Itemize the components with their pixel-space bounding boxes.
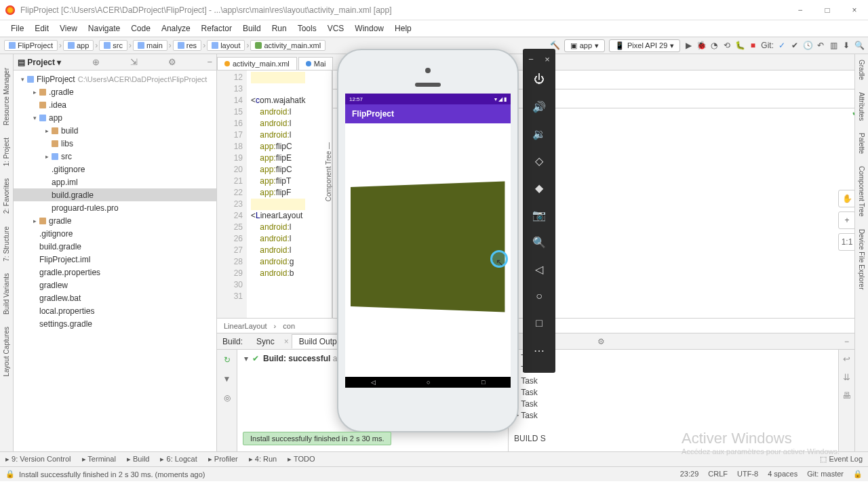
status-crlf[interactable]: CRLF: [708, 470, 728, 479]
close-icon[interactable]: ×: [841, 1, 868, 20]
menu-build[interactable]: Build: [237, 22, 267, 35]
more-icon[interactable]: ⋯: [523, 337, 555, 364]
status-git-master[interactable]: Git: master: [807, 470, 844, 479]
menu-vcs[interactable]: VCS: [322, 22, 350, 35]
home-icon[interactable]: ○: [523, 283, 555, 310]
tree-gradlew-bat[interactable]: gradlew.bat: [14, 291, 216, 304]
emu-navbar[interactable]: ◁○□: [345, 377, 511, 388]
crumb-ll[interactable]: LinearLayout: [224, 322, 267, 330]
rotate-left-icon[interactable]: ◇: [523, 147, 555, 174]
volume-down-icon[interactable]: 🔉: [523, 120, 555, 147]
crumb-1[interactable]: app: [63, 40, 94, 51]
target-icon[interactable]: ◎: [224, 393, 231, 403]
attach-icon[interactable]: 🐛: [735, 41, 745, 50]
crumb-2[interactable]: src: [99, 40, 127, 51]
tool-todo[interactable]: ▸ TODO: [288, 455, 315, 464]
tree-local-properties[interactable]: local.properties: [14, 304, 216, 317]
run-icon[interactable]: ▶: [684, 41, 693, 50]
pan-icon[interactable]: ✋: [838, 190, 854, 207]
tool-6-logcat[interactable]: ▸ 6: Logcat: [160, 455, 197, 464]
settings-icon[interactable]: ⚙: [168, 57, 176, 67]
vcs-history-icon[interactable]: 🕓: [803, 41, 812, 50]
tree-src[interactable]: ▸src: [14, 150, 216, 163]
run-config-dropdown[interactable]: ▣ app ▾: [564, 39, 605, 52]
crumb-3[interactable]: main: [133, 40, 167, 51]
status-23-29[interactable]: 23:29: [680, 470, 699, 479]
crumb-0[interactable]: FlipProject: [4, 40, 58, 51]
tree--gradle[interactable]: ▸.gradle: [14, 85, 216, 98]
locate-icon[interactable]: ⊕: [92, 57, 100, 67]
tool-9-version-control[interactable]: ▸ 9: Version Control: [5, 455, 71, 464]
tree-settings-gradle[interactable]: settings.gradle: [14, 317, 216, 330]
tree-build-gradle[interactable]: build.gradle: [14, 188, 216, 201]
rerun-icon[interactable]: ↻: [224, 355, 231, 365]
tree-libs[interactable]: libs: [14, 137, 216, 150]
menu-refactor[interactable]: Refactor: [196, 22, 237, 35]
tree-app[interactable]: ▾app: [14, 111, 216, 124]
event-log[interactable]: ⬚ Event Log: [820, 455, 863, 464]
sdk-icon[interactable]: ⬇: [842, 41, 851, 50]
tree-build-gradle[interactable]: build.gradle: [14, 240, 216, 253]
tree-gradlew[interactable]: gradlew: [14, 279, 216, 291]
vcs-revert-icon[interactable]: ↶: [816, 41, 825, 50]
tool-4-run[interactable]: ▸ 4: Run: [249, 455, 277, 464]
emu-flip-card[interactable]: [351, 181, 505, 312]
component-tree-label[interactable]: Component Tree —: [325, 142, 332, 201]
collapse-icon[interactable]: ⇲: [130, 57, 138, 67]
emu-close-icon[interactable]: ×: [539, 53, 555, 66]
search-icon[interactable]: 🔍: [854, 41, 864, 50]
vcs-update-icon[interactable]: ✓: [777, 41, 787, 50]
tree--gitignore[interactable]: .gitignore: [14, 163, 216, 176]
lock-icon[interactable]: 🔒: [5, 470, 15, 479]
tree-gradle-properties[interactable]: gradle.properties: [14, 266, 216, 279]
right-palette[interactable]: Palette: [858, 133, 865, 154]
device-dropdown[interactable]: 📱 Pixel API 29 ▾: [609, 39, 680, 52]
left-resource-manager[interactable]: Resource Manager: [3, 68, 10, 125]
tool-terminal[interactable]: ▸ Terminal: [82, 455, 116, 464]
crumb-5[interactable]: layout: [207, 40, 245, 51]
apply-changes-icon[interactable]: ⟲: [722, 41, 732, 50]
right-component-tree[interactable]: Component Tree: [858, 166, 865, 217]
tree-app-iml[interactable]: app.iml: [14, 176, 216, 188]
right-device-file-explorer[interactable]: Device File Explorer: [858, 229, 865, 289]
menu-window[interactable]: Window: [349, 22, 389, 35]
zoom-icon[interactable]: 🔍: [523, 228, 555, 256]
menu-run[interactable]: Run: [267, 22, 292, 35]
tool-build[interactable]: ▸ Build: [127, 455, 150, 464]
avd-icon[interactable]: ▥: [829, 41, 838, 50]
phone-screen[interactable]: 12:57 ▾ ◢ ▮ FlipProject ◁○□: [345, 94, 511, 388]
readonly-icon[interactable]: 🔒: [853, 470, 863, 479]
back-icon[interactable]: ◁: [523, 256, 555, 283]
project-view-dropdown[interactable]: ▤ Project ▾: [18, 58, 61, 67]
filter-icon[interactable]: ▼: [223, 374, 231, 384]
vcs-commit-icon[interactable]: ✔: [790, 41, 800, 50]
softwrap-icon[interactable]: ↩: [843, 354, 850, 364]
tab-sync[interactable]: Sync: [250, 335, 281, 348]
right-gradle[interactable]: Gradle: [858, 60, 865, 80]
overview-icon[interactable]: □: [523, 310, 555, 337]
tree-proguard-rules-pro[interactable]: proguard-rules.pro: [14, 201, 216, 214]
emu-min-icon[interactable]: −: [523, 53, 539, 66]
tab-activity_main-xml[interactable]: activity_main.xml: [217, 57, 297, 70]
status-utf-8[interactable]: UTF-8: [737, 470, 758, 479]
code-content[interactable]: <com.wajahatk android:l android:l androi…: [247, 70, 305, 318]
camera-icon[interactable]: 📷: [523, 201, 555, 228]
menu-analyze[interactable]: Analyze: [156, 22, 196, 35]
menu-tools[interactable]: Tools: [292, 22, 322, 35]
status-4-spaces[interactable]: 4 spaces: [768, 470, 797, 479]
menu-file[interactable]: File: [5, 22, 29, 35]
zoom-in-icon[interactable]: +: [838, 211, 854, 229]
minimize-icon[interactable]: −: [787, 1, 814, 20]
volume-up-icon[interactable]: 🔊: [523, 93, 555, 120]
tab-mai[interactable]: Mai: [298, 57, 334, 70]
maximize-icon[interactable]: □: [814, 1, 841, 20]
right-attributes[interactable]: Attributes: [858, 92, 865, 121]
left-build-variants[interactable]: Build Variants: [3, 273, 10, 314]
print-icon[interactable]: 🖶: [842, 390, 851, 401]
tree-flipproject[interactable]: ▾FlipProjectC:\Users\ACER\DaDProject\Fli…: [14, 73, 216, 85]
left-layout-captures[interactable]: Layout Captures: [3, 327, 10, 376]
scroll-end-icon[interactable]: ⇊: [843, 372, 850, 382]
menu-code[interactable]: Code: [125, 22, 156, 35]
debug-icon[interactable]: 🐞: [696, 41, 706, 50]
profile-icon[interactable]: ◔: [709, 41, 719, 50]
